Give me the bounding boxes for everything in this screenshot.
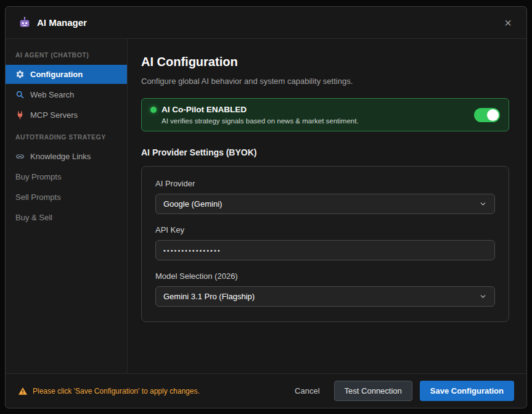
model-selection-field: Model Selection (2026) Gemini 3.1 Pro (F…: [155, 271, 495, 307]
copilot-status-description: AI verifies strategy signals based on ne…: [162, 117, 474, 125]
footer-warning: Please click 'Save Configuration' to app…: [18, 386, 200, 396]
test-connection-button[interactable]: Test Connection: [334, 381, 412, 401]
ai-provider-select[interactable]: Google (Gemini): [155, 194, 495, 214]
copilot-status-title: AI Co-Pilot ENABLED: [162, 105, 247, 114]
save-configuration-button[interactable]: Save Configuration: [420, 381, 514, 401]
chevron-down-icon: [479, 200, 487, 208]
status-dot-icon: [150, 107, 157, 113]
sidebar-item-label: Configuration: [30, 70, 83, 79]
sidebar-item-web-search[interactable]: Web Search: [6, 85, 127, 104]
model-selected-value: Gemini 3.1 Pro (Flagship): [163, 292, 255, 301]
sidebar-item-label: Web Search: [30, 90, 74, 99]
sidebar-item-sell-prompts[interactable]: Sell Prompts: [6, 188, 127, 207]
warning-icon: [18, 386, 28, 396]
robot-icon: [18, 16, 31, 30]
model-selection-label: Model Selection (2026): [155, 271, 495, 281]
sidebar-item-configuration[interactable]: Configuration: [6, 65, 127, 84]
sidebar-item-mcp-servers[interactable]: MCP Servers: [6, 106, 127, 125]
copilot-status-text: AI Co-Pilot ENABLED AI verifies strategy…: [150, 105, 474, 125]
sidebar-section-ai-agent: AI AGENT (CHATBOT): [6, 51, 127, 59]
sidebar-item-label: Sell Prompts: [15, 193, 61, 202]
sidebar-item-label: Knowledge Links: [30, 152, 91, 161]
modal-title: AI Manager: [37, 17, 87, 28]
provider-settings-panel: AI Provider Google (Gemini) API Key Mode…: [141, 166, 509, 322]
provider-settings-title: AI Provider Settings (BYOK): [141, 147, 509, 157]
toggle-knob: [487, 109, 499, 121]
api-key-label: API Key: [155, 225, 495, 234]
sidebar-item-label: MCP Servers: [30, 110, 78, 120]
search-icon: [15, 90, 25, 99]
sidebar-item-knowledge-links[interactable]: Knowledge Links: [6, 147, 127, 166]
footer-warning-text: Please click 'Save Configuration' to app…: [33, 387, 200, 395]
ai-provider-selected-value: Google (Gemini): [163, 199, 222, 209]
sidebar-item-buy-prompts[interactable]: Buy Prompts: [6, 167, 127, 186]
model-selection-select[interactable]: Gemini 3.1 Pro (Flagship): [155, 286, 495, 307]
page-subtitle: Configure global AI behavior and system …: [141, 77, 509, 86]
copilot-status-banner: AI Co-Pilot ENABLED AI verifies strategy…: [141, 98, 509, 131]
page-title: AI Configuration: [141, 55, 509, 69]
api-key-input[interactable]: [155, 240, 495, 260]
sidebar-section-autotrading: AUTOTRADING STRATEGY: [6, 133, 127, 141]
close-icon[interactable]: ×: [502, 15, 514, 30]
modal-body: AI AGENT (CHATBOT) Configuration Web Sea…: [6, 39, 526, 373]
cancel-button[interactable]: Cancel: [288, 381, 326, 401]
plug-icon: [15, 110, 25, 120]
sidebar-item-label: Buy Prompts: [15, 172, 61, 181]
ai-manager-modal: AI Manager × AI AGENT (CHATBOT) Configur…: [5, 6, 527, 408]
sidebar-item-label: Buy & Sell: [15, 213, 52, 222]
link-icon: [15, 152, 25, 161]
gear-icon: [15, 70, 25, 79]
copilot-toggle[interactable]: [474, 108, 500, 122]
ai-provider-field: AI Provider Google (Gemini): [155, 179, 495, 214]
modal-header: AI Manager ×: [6, 7, 526, 39]
chevron-down-icon: [479, 292, 487, 300]
modal-footer: Please click 'Save Configuration' to app…: [6, 373, 526, 408]
api-key-field: API Key: [155, 225, 495, 260]
footer-buttons: Cancel Test Connection Save Configuratio…: [288, 381, 514, 401]
main-content: AI Configuration Configure global AI beh…: [128, 39, 526, 373]
sidebar: AI AGENT (CHATBOT) Configuration Web Sea…: [6, 39, 128, 373]
ai-provider-label: AI Provider: [155, 179, 495, 188]
sidebar-item-buy-and-sell[interactable]: Buy & Sell: [6, 208, 127, 227]
